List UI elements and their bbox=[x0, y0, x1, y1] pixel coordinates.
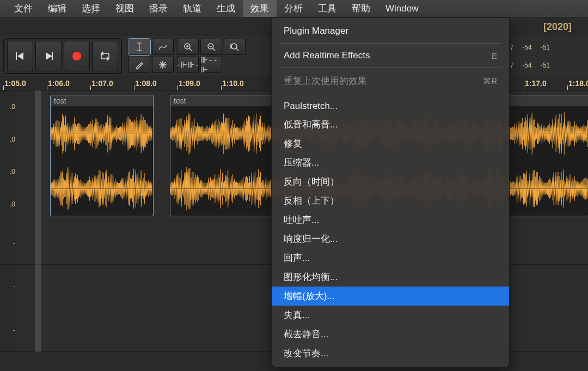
menu-label: 修复 bbox=[284, 137, 302, 150]
timeline-tick: 1:08.0 bbox=[134, 76, 157, 90]
waveform-icon bbox=[51, 106, 153, 161]
menu-工具[interactable]: 工具 bbox=[310, 0, 344, 17]
menu-效果[interactable]: 效果 bbox=[243, 0, 277, 17]
track-vscale: .0 .0 .0 .0 bbox=[0, 90, 17, 221]
menu-label: 压缩器... bbox=[284, 156, 319, 169]
envelope-tool[interactable] bbox=[152, 39, 174, 55]
trim-inside-button[interactable]: ⊪--⊩ bbox=[200, 57, 222, 73]
svg-line-15 bbox=[189, 48, 192, 51]
menu-item-effect[interactable]: 哇哇声... bbox=[272, 210, 509, 229]
menu-label: 重复上次使用的效果 bbox=[284, 75, 367, 87]
menubar: 文件编辑选择视图播录轨道生成效果分析工具帮助Window bbox=[0, 0, 588, 17]
zoom-in-button[interactable] bbox=[177, 39, 199, 55]
menu-label: 截去静音... bbox=[284, 328, 328, 340]
selection-tool[interactable] bbox=[128, 39, 150, 55]
menu-separator bbox=[279, 43, 501, 44]
skip-start-button[interactable] bbox=[7, 41, 33, 71]
svg-rect-4 bbox=[52, 52, 53, 60]
clip-title[interactable]: test bbox=[51, 95, 153, 106]
menu-label: Add Realtime Effects bbox=[284, 50, 370, 61]
scale-label: .0 bbox=[10, 168, 15, 175]
svg-point-21 bbox=[231, 44, 237, 49]
track-vscale: - bbox=[0, 308, 17, 351]
meter-row-b: -57 -54 -51 bbox=[504, 62, 585, 69]
timeline-tick: 1:07.0 bbox=[90, 76, 113, 90]
menu-label: 失真... bbox=[284, 309, 310, 321]
svg-marker-1 bbox=[17, 52, 23, 60]
menu-label: Plugin Manager bbox=[284, 26, 348, 37]
menu-播录[interactable]: 播录 bbox=[142, 0, 175, 17]
menu-window[interactable]: Window bbox=[378, 0, 426, 17]
menu-item-effect[interactable]: 增幅(放大)... bbox=[272, 287, 509, 306]
timeline-tick: 1:05.0 bbox=[3, 76, 26, 90]
track-vscale: - bbox=[0, 265, 17, 308]
menu-shortcut: E bbox=[492, 51, 497, 60]
menu-选择[interactable]: 选择 bbox=[74, 0, 108, 17]
edit-tools bbox=[128, 39, 174, 73]
timeline-tick: 1:09.0 bbox=[177, 76, 200, 90]
menu-item-plugin-manager[interactable]: Plugin Manager bbox=[272, 22, 509, 40]
track-vscale: - bbox=[0, 221, 17, 264]
meter-val: -54 bbox=[522, 44, 531, 51]
scale-label: .0 bbox=[10, 136, 15, 143]
scale-label: .0 bbox=[10, 103, 15, 111]
multi-tool[interactable] bbox=[152, 57, 174, 73]
menu-item-effect[interactable]: 低音和高音... bbox=[272, 115, 509, 134]
record-button[interactable] bbox=[64, 41, 90, 71]
zoom-tools: -⊩⊪- ⊪--⊩ bbox=[177, 39, 246, 73]
timeline-tick: 1:06.0 bbox=[47, 76, 70, 90]
menu-label: 回声... bbox=[284, 252, 310, 264]
menu-item-repeat-last-effect: 重复上次使用的效果 ⌘R bbox=[272, 71, 509, 90]
menu-item-effect[interactable]: 响度归一化... bbox=[272, 229, 509, 248]
meter-val: -51 bbox=[541, 44, 550, 51]
meter-val: -51 bbox=[541, 62, 550, 69]
menu-separator bbox=[279, 94, 501, 94]
menu-文件[interactable]: 文件 bbox=[7, 0, 40, 17]
transport-controls bbox=[3, 38, 122, 74]
menu-shortcut: ⌘R bbox=[483, 76, 497, 86]
svg-rect-0 bbox=[16, 52, 17, 60]
playhead[interactable] bbox=[35, 90, 41, 352]
svg-line-19 bbox=[213, 48, 215, 51]
timeline-tick: 1:18.0 bbox=[567, 76, 588, 90]
draw-tool[interactable] bbox=[128, 57, 150, 73]
svg-point-5 bbox=[72, 52, 81, 60]
menu-item-add-realtime-effects[interactable]: Add Realtime Effects E bbox=[272, 47, 509, 64]
menu-视图[interactable]: 视图 bbox=[108, 0, 142, 17]
menu-item-effect[interactable]: 截去静音... bbox=[272, 325, 509, 344]
svg-marker-3 bbox=[46, 52, 52, 60]
menu-item-effect[interactable]: 压缩器... bbox=[272, 153, 509, 172]
meter-row-a: -57 -54 -51 bbox=[504, 44, 585, 51]
timeline-tick: 1:10.0 bbox=[221, 76, 244, 90]
menu-编辑[interactable]: 编辑 bbox=[40, 0, 74, 17]
menu-item-effect[interactable]: 失真... bbox=[272, 306, 509, 325]
menu-item-effect[interactable]: 反向（时间） bbox=[272, 172, 509, 191]
menu-label: 响度归一化... bbox=[284, 233, 338, 245]
menu-生成[interactable]: 生成 bbox=[209, 0, 243, 17]
play-button[interactable] bbox=[35, 41, 62, 71]
menu-label: 反向（时间） bbox=[284, 175, 339, 188]
meter-val: -54 bbox=[522, 62, 531, 69]
menu-label: 反相（上下） bbox=[284, 194, 339, 207]
menu-分析[interactable]: 分析 bbox=[277, 0, 310, 17]
effects-menu: Plugin Manager Add Realtime Effects E 重复… bbox=[271, 17, 510, 368]
menu-item-effect[interactable]: 反相（上下） bbox=[272, 191, 509, 210]
menu-item-effect[interactable]: Paulstretch... bbox=[272, 98, 509, 115]
meter-readout: -57 -54 -51 -57 -54 -51 bbox=[501, 36, 588, 76]
trim-outside-button[interactable]: -⊩⊪- bbox=[177, 57, 199, 73]
fit-selection-button[interactable] bbox=[224, 39, 246, 55]
effect-list: Paulstretch...低音和高音...修复压缩器...反向（时间）反相（上… bbox=[272, 98, 509, 363]
menu-帮助[interactable]: 帮助 bbox=[344, 0, 378, 17]
menu-label: 增幅(放大)... bbox=[284, 290, 335, 302]
menu-item-effect[interactable]: 修复 bbox=[272, 134, 509, 153]
scale-label: .0 bbox=[10, 200, 15, 208]
menu-label: Paulstretch... bbox=[284, 101, 338, 112]
loop-button[interactable] bbox=[92, 41, 118, 71]
menu-轨道[interactable]: 轨道 bbox=[175, 0, 209, 17]
menu-label: 改变节奏... bbox=[284, 347, 328, 360]
menu-item-effect[interactable]: 图形化均衡... bbox=[272, 267, 509, 287]
zoom-out-button[interactable] bbox=[200, 39, 222, 55]
menu-item-effect[interactable]: 改变节奏... bbox=[272, 344, 509, 363]
menu-item-effect[interactable]: 回声... bbox=[272, 248, 509, 267]
audio-clip-1[interactable]: test bbox=[50, 95, 154, 216]
